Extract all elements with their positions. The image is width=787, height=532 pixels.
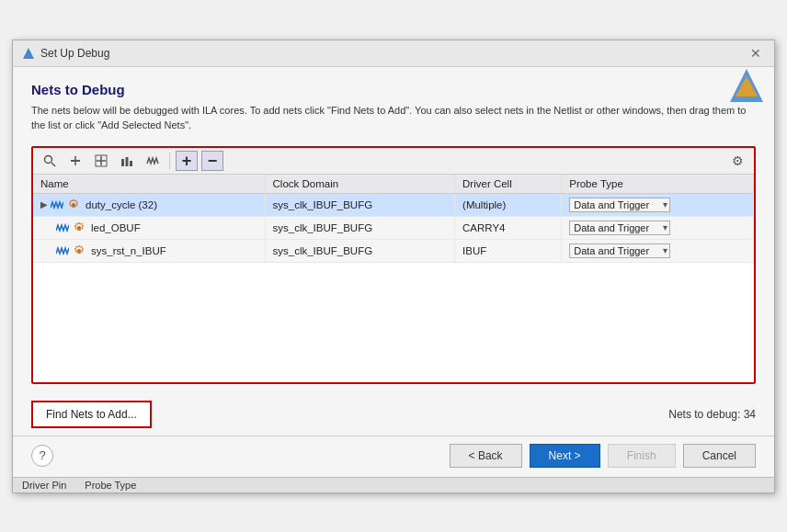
table-row[interactable]: led_OBUF sys_clk_IBUF_BUFGCARRY4 Data an… (33, 216, 754, 239)
nets-table-area: + − ⚙ Name Clock Domain Driver Cell Pr (31, 146, 756, 384)
expand-arrow-icon[interactable]: ▶ (40, 199, 48, 209)
finish-button[interactable]: Finish (608, 444, 676, 468)
wave-icon (51, 200, 63, 209)
table-row[interactable]: ▶ duty_cycle (32) sys_clk_IBUF_BUFG(Mult… (33, 193, 754, 216)
dialog-title: Set Up Debug (40, 47, 109, 60)
svg-line-4 (51, 163, 55, 166)
titlebar: Set Up Debug ✕ (13, 40, 774, 67)
table-scroll[interactable]: Name Clock Domain Driver Cell Probe Type… (33, 175, 754, 263)
table-header-row: Name Clock Domain Driver Cell Probe Type (33, 175, 754, 194)
col-driver-cell: Driver Cell (455, 175, 562, 194)
next-button[interactable]: Next > (530, 444, 600, 468)
cell-clock-domain: sys_clk_IBUF_BUFG (265, 216, 455, 239)
description-text: The nets below will be debugged with ILA… (31, 103, 756, 133)
status-probe-type: Probe Type (85, 480, 136, 491)
table-row[interactable]: sys_rst_n_IBUF sys_clk_IBUF_BUFGIBUF Dat… (33, 239, 754, 262)
settings-button[interactable]: ⚙ (727, 151, 748, 171)
status-driver-pin: Driver Pin (22, 480, 66, 491)
cell-driver-cell: IBUF (455, 239, 562, 262)
probe-type-dropdown[interactable]: Data and Trigger Data Only Trigger Only (569, 221, 670, 235)
bar-chart-button[interactable] (116, 151, 138, 171)
status-bar: Driver Pin Probe Type (13, 477, 774, 492)
table-empty-area (33, 263, 754, 382)
gear-icon (68, 199, 79, 210)
expand-button[interactable] (90, 151, 112, 171)
search-button[interactable] (39, 151, 61, 171)
vivado-icon (22, 47, 35, 60)
cell-clock-domain: sys_clk_IBUF_BUFG (265, 239, 455, 262)
bottom-bar: Find Nets to Add... Nets to debug: 34 (13, 393, 774, 436)
cell-probe-type[interactable]: Data and Trigger Data Only Trigger Only (562, 193, 754, 216)
back-button[interactable]: < Back (450, 444, 522, 468)
remove-button[interactable]: − (201, 151, 223, 171)
wave-button[interactable] (142, 151, 164, 171)
svg-rect-11 (126, 157, 129, 166)
cell-probe-type[interactable]: Data and Trigger Data Only Trigger Only (562, 239, 754, 262)
col-clock-domain: Clock Domain (265, 175, 455, 194)
nets-table: Name Clock Domain Driver Cell Probe Type… (33, 175, 754, 263)
probe-type-select[interactable]: Data and Trigger Data Only Trigger Only (569, 221, 670, 235)
help-button[interactable]: ? (31, 445, 53, 467)
cell-name: sys_rst_n_IBUF (33, 239, 265, 262)
svg-point-3 (45, 155, 52, 163)
gear-icon (74, 245, 85, 256)
cell-clock-domain: sys_clk_IBUF_BUFG (265, 193, 455, 216)
cell-driver-cell: CARRY4 (455, 216, 562, 239)
probe-type-select[interactable]: Data and Trigger Data Only Trigger Only (569, 243, 670, 258)
cancel-button[interactable]: Cancel (683, 444, 756, 468)
wave-icon (56, 246, 69, 255)
find-nets-button[interactable]: Find Nets to Add... (31, 401, 152, 428)
svg-marker-0 (23, 48, 34, 59)
col-probe-type: Probe Type (562, 175, 754, 194)
probe-type-select[interactable]: Data and Trigger Data Only Trigger Only (569, 198, 670, 212)
dialog-footer: ? < Back Next > Finish Cancel (13, 436, 774, 477)
svg-rect-10 (121, 159, 124, 166)
cell-name: ▶ duty_cycle (32) (33, 193, 265, 216)
section-title: Nets to Debug (31, 82, 756, 97)
col-name: Name (33, 175, 265, 194)
vivado-logo (728, 67, 765, 104)
probe-type-dropdown[interactable]: Data and Trigger Data Only Trigger Only (569, 198, 670, 212)
close-button[interactable]: ✕ (747, 46, 765, 61)
add-button[interactable]: + (176, 151, 198, 171)
gear-icon (74, 222, 85, 233)
svg-rect-12 (130, 161, 132, 166)
wave-icon (56, 223, 69, 232)
probe-type-dropdown[interactable]: Data and Trigger Data Only Trigger Only (569, 243, 670, 258)
cell-probe-type[interactable]: Data and Trigger Data Only Trigger Only (562, 216, 754, 239)
cell-name: led_OBUF (33, 216, 265, 239)
nets-count-label: Nets to debug: 34 (668, 408, 756, 421)
collapse-button[interactable] (64, 151, 86, 171)
cell-driver-cell: (Multiple) (455, 193, 562, 216)
